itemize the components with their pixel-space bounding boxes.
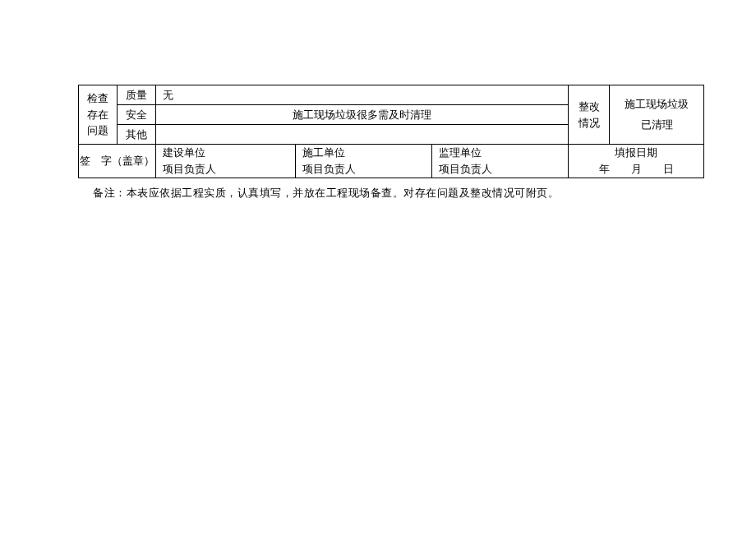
report-date-label: 填报日期 [615,146,657,159]
quality-label-cell: 质量 [118,85,156,105]
supervision-unit-cell: 监理单位 项目负责人 [432,145,569,178]
issues-header: 检查存在问题 [87,92,108,136]
construction-unit-line2: 项目负责人 [163,163,216,175]
safety-value-cell: 施工现场垃圾很多需及时清理 [156,105,569,125]
quality-label: 质量 [126,89,147,101]
other-value-cell [156,125,569,145]
other-label-cell: 其他 [118,125,156,145]
report-date-cell: 填报日期 年 月 日 [569,145,704,178]
safety-label: 安全 [126,108,147,121]
construction-unit-cell: 建设单位 项目负责人 [156,145,296,178]
rectify-value-cell: 施工现场垃圾 已清理 [610,85,704,145]
rectify-header-cell: 整改情况 [569,85,610,145]
rectify-header: 整改情况 [579,100,600,129]
signature-label: 签 字（盖章） [80,155,154,167]
quality-value: 无 [163,89,173,101]
inspection-table: 检查存在问题 质量 无 整改情况 施工现场垃圾 已清理 安全 施工现场垃圾很多需… [78,85,704,178]
contractor-unit-line2: 项目负责人 [302,163,356,175]
supervision-unit-line1: 监理单位 [439,146,482,159]
other-label: 其他 [126,128,147,141]
construction-unit-line1: 建设单位 [163,146,205,159]
signature-row: 签 字（盖章） 建设单位 项目负责人 施工单位 项目负责人 监理单位 项目负责人… [79,145,704,178]
footnote: 备注：本表应依据工程实质，认真填写，并放在工程现场备查。对存在问题及整改情况可附… [93,187,559,201]
safety-label-cell: 安全 [118,105,156,125]
supervision-unit-line2: 项目负责人 [439,163,492,175]
document-page: 检查存在问题 质量 无 整改情况 施工现场垃圾 已清理 安全 施工现场垃圾很多需… [0,0,756,535]
signature-label-cell: 签 字（盖章） [79,145,156,178]
rectify-value-line1: 施工现场垃圾 [625,98,689,110]
contractor-unit-line1: 施工单位 [302,146,345,159]
issues-header-cell: 检查存在问题 [79,85,118,145]
safety-value: 施工现场垃圾很多需及时清理 [293,108,431,121]
report-date-fmt: 年 月 日 [599,163,674,175]
table-row: 检查存在问题 质量 无 整改情况 施工现场垃圾 已清理 [79,85,704,105]
quality-value-cell: 无 [156,85,569,105]
contractor-unit-cell: 施工单位 项目负责人 [296,145,432,178]
rectify-value-line2: 已清理 [641,118,673,131]
